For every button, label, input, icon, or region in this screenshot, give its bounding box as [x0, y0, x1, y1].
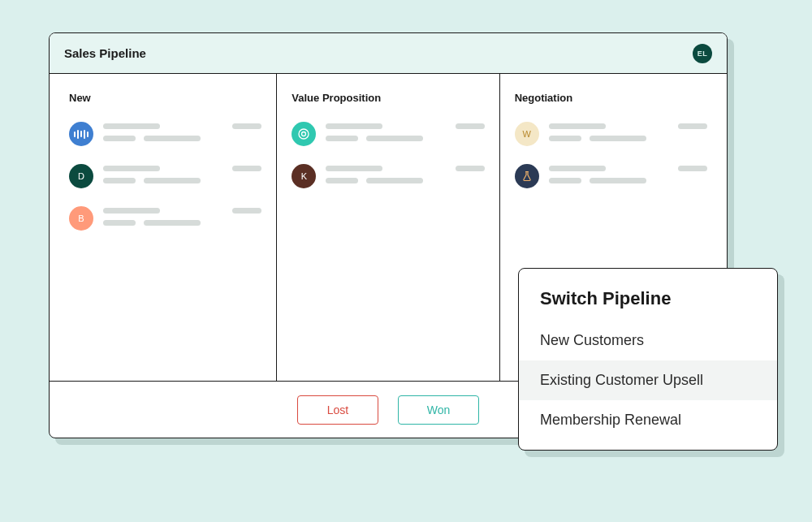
pipeline-card[interactable]: B [69, 206, 261, 232]
popover-item-new-customers[interactable]: New Customers [519, 321, 777, 360]
popover-item-membership-renewal[interactable]: Membership Renewal [519, 400, 777, 440]
card-placeholder [549, 122, 707, 148]
pipeline-card[interactable]: W [515, 122, 707, 148]
switch-pipeline-popover: Switch Pipeline New Customers Existing C… [518, 268, 778, 451]
card-placeholder [326, 164, 484, 190]
popover-title: Switch Pipeline [519, 288, 777, 321]
avatar-letter: K [292, 164, 316, 188]
column-title: Negotiation [515, 92, 707, 104]
pipeline-card[interactable] [69, 122, 261, 148]
target-icon [292, 122, 316, 146]
pipeline-card[interactable] [515, 164, 707, 190]
avatar-letter: W [515, 122, 539, 146]
won-button[interactable]: Won [398, 395, 479, 425]
column-title: Value Proposition [292, 92, 484, 104]
pipeline-column-new: New D B [54, 74, 277, 381]
card-placeholder [549, 164, 707, 190]
card-placeholder [326, 122, 484, 148]
pipeline-card[interactable]: D [69, 164, 261, 190]
audio-bars-icon [69, 122, 93, 146]
user-avatar[interactable]: EL [693, 44, 712, 63]
avatar-letter: D [69, 164, 93, 188]
card-placeholder [103, 122, 261, 148]
popover-item-existing-upsell[interactable]: Existing Customer Upsell [519, 360, 777, 400]
avatar-letter: B [69, 206, 93, 231]
page-title: Sales Pipeline [64, 46, 146, 60]
svg-point-0 [299, 129, 309, 139]
card-placeholder [103, 206, 261, 232]
card-placeholder [103, 164, 261, 190]
column-title: New [69, 92, 261, 104]
pipeline-column-value-proposition: Value Proposition K [277, 74, 499, 381]
flask-icon [515, 164, 539, 188]
pipeline-card[interactable]: K [292, 164, 484, 190]
pipeline-card[interactable] [292, 122, 484, 148]
lost-button[interactable]: Lost [297, 395, 378, 425]
titlebar: Sales Pipeline EL [50, 33, 727, 74]
svg-point-1 [302, 132, 306, 136]
